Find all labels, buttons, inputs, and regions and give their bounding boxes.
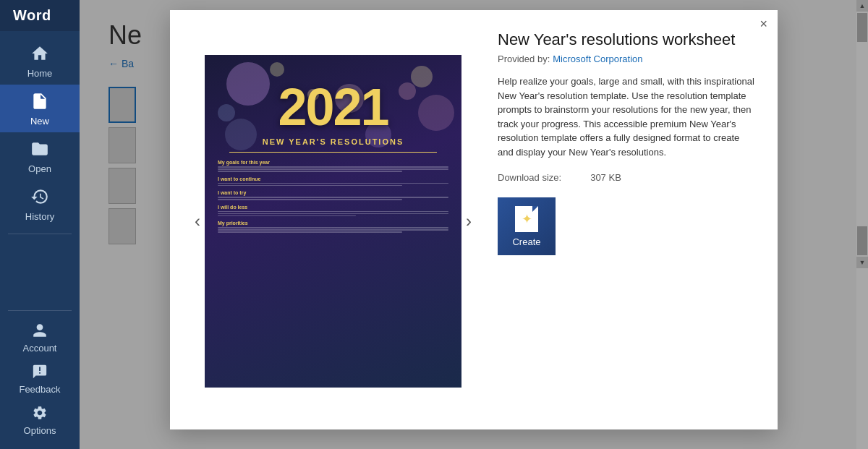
preview-section-4: I will do less	[218, 205, 448, 217]
line	[218, 227, 448, 228]
sidebar-item-new[interactable]: New	[0, 85, 80, 132]
section-4-lines	[218, 211, 448, 217]
section-3-title: I want to try	[218, 190, 448, 195]
sidebar-nav: Home New Open History	[0, 31, 80, 304]
modal-body: ‹	[170, 10, 778, 429]
template-modal: × ‹	[170, 10, 778, 429]
svg-point-8	[225, 119, 257, 150]
preview-subtitle: NEW YEAR'S RESOLUTIONS	[263, 137, 404, 146]
section-1-title: My goals for this year	[218, 160, 448, 165]
preview-year: 2021	[278, 81, 388, 133]
section-5-title: My priorities	[218, 221, 448, 226]
svg-point-2	[411, 66, 433, 87]
template-description: Help realize your goals, large and small…	[498, 74, 757, 159]
new-doc-icon	[30, 92, 49, 113]
options-icon	[32, 405, 48, 423]
preview-section-5: My priorities	[218, 221, 448, 233]
preview-section-1: My goals for this year	[218, 160, 448, 172]
section-5-lines	[218, 227, 448, 233]
sidebar-new-label: New	[30, 116, 49, 127]
modal-overlay: × ‹	[80, 0, 868, 449]
create-button[interactable]: ✦ Create	[498, 197, 556, 255]
line	[218, 168, 448, 170]
line	[218, 231, 402, 233]
line	[218, 166, 448, 168]
preview-divider	[229, 152, 437, 153]
line	[218, 171, 402, 172]
create-doc-symbol: ✦	[522, 211, 532, 227]
line	[218, 199, 402, 200]
section-2-title: I want to continue	[218, 176, 448, 181]
download-info: Download size: 307 KB	[498, 172, 757, 183]
main-area: Ne ← Ba ▲ ▼ × ‹	[80, 0, 868, 449]
modal-info-panel: New Year's resolutions worksheet Provide…	[498, 30, 757, 412]
sidebar-item-options[interactable]: Options	[0, 399, 80, 440]
create-btn-doc-icon: ✦	[515, 206, 538, 232]
next-template-button[interactable]: ›	[461, 213, 476, 230]
line	[218, 211, 448, 213]
sidebar-divider-2	[8, 310, 72, 311]
sidebar-item-history[interactable]: History	[0, 180, 80, 228]
svg-point-9	[399, 82, 416, 100]
line	[218, 229, 448, 231]
template-title: New Year's resolutions worksheet	[498, 30, 757, 49]
sidebar: Word Home New Open History	[0, 0, 80, 449]
modal-preview: ‹	[190, 30, 476, 412]
sidebar-account-label: Account	[23, 343, 57, 354]
account-icon	[32, 322, 48, 341]
svg-point-5	[270, 62, 284, 77]
home-icon	[30, 44, 49, 65]
sidebar-options-label: Options	[24, 425, 56, 436]
section-2-lines	[218, 183, 448, 187]
line	[218, 197, 448, 198]
close-button[interactable]: ×	[760, 17, 767, 30]
sidebar-item-open[interactable]: Open	[0, 132, 80, 180]
line	[218, 213, 448, 215]
feedback-icon	[32, 364, 48, 382]
section-3-lines	[218, 197, 448, 200]
svg-point-4	[418, 95, 454, 131]
line	[218, 185, 402, 187]
provider-info: Provided by: Microsoft Corporation	[498, 54, 757, 64]
sidebar-feedback-label: Feedback	[19, 384, 60, 395]
provided-by-label: Provided by:	[498, 54, 550, 64]
download-size-label: Download size:	[498, 172, 561, 183]
prev-template-button[interactable]: ‹	[190, 213, 205, 230]
section-1-lines	[218, 166, 448, 172]
sidebar-item-feedback[interactable]: Feedback	[0, 358, 80, 399]
line	[218, 215, 356, 217]
preview-section-2: I want to continue	[218, 176, 448, 187]
download-size-value: 307 KB	[590, 172, 621, 183]
provider-link[interactable]: Microsoft Corporation	[553, 54, 642, 64]
sidebar-divider-1	[8, 234, 72, 234]
sidebar-home-label: Home	[27, 68, 53, 79]
preview-section-3: I want to try	[218, 190, 448, 200]
svg-point-3	[218, 104, 235, 121]
section-4-title: I will do less	[218, 205, 448, 210]
create-btn-label: Create	[512, 236, 540, 247]
template-preview-image: 2021 NEW YEAR'S RESOLUTIONS My goals for…	[205, 55, 461, 388]
sidebar-item-account[interactable]: Account	[0, 317, 80, 358]
sidebar-open-label: Open	[28, 163, 51, 174]
app-title: Word	[0, 0, 80, 31]
folder-icon	[30, 140, 49, 161]
line	[218, 183, 448, 184]
sidebar-history-label: History	[25, 211, 54, 222]
svg-point-0	[226, 62, 270, 106]
history-icon	[30, 187, 49, 208]
sidebar-bottom: Account Feedback Options	[0, 304, 80, 449]
sidebar-item-home[interactable]: Home	[0, 37, 80, 85]
